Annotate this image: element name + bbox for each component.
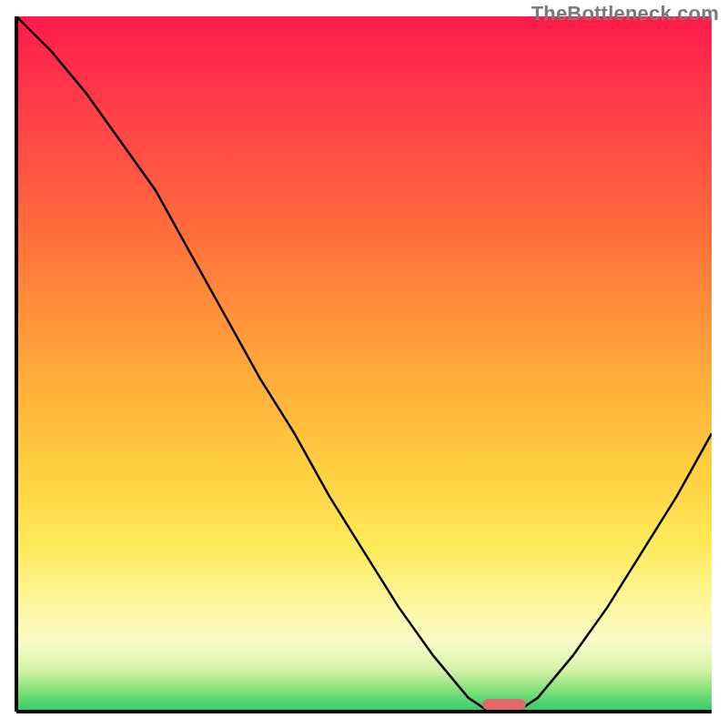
watermark-text: TheBottleneck.com: [531, 2, 719, 25]
chart-stage: TheBottleneck.com: [0, 0, 728, 728]
optimal-marker: [482, 699, 526, 710]
gradient-background: [16, 16, 712, 712]
